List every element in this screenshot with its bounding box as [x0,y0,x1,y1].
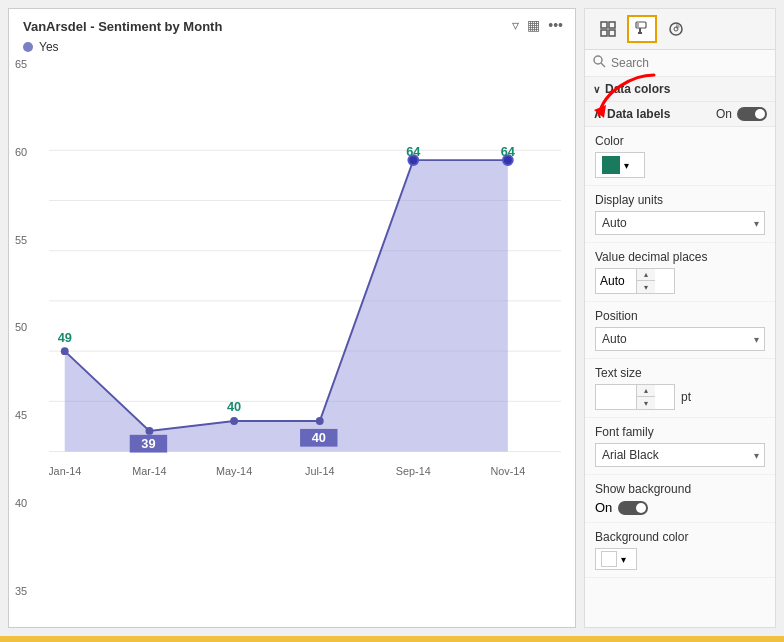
decimal-places-input[interactable] [596,271,636,291]
data-labels-toggle-track [737,107,767,121]
font-family-dropdown-wrapper: Arial Black Arial Calibri Segoe UI Times… [595,443,765,467]
data-labels-label: Data labels [607,107,670,121]
panel-body: Color ▾ Display units Auto None Thousand… [585,127,775,627]
decimal-places-stepper: ▴ ▾ [595,268,675,294]
label-sep: 64 [406,144,421,159]
pt-label: pt [681,390,691,404]
text-size-stepper: 12 ▴ ▾ [595,384,675,410]
svg-line-18 [601,63,605,67]
data-labels-toggle-thumb [755,109,765,119]
svg-rect-8 [609,22,615,28]
bg-color-swatch [601,551,617,567]
decimal-places-down[interactable]: ▾ [637,281,655,293]
position-select[interactable]: Auto Above Below Left Right [595,327,765,351]
bottom-bar [0,636,784,642]
chart-toolbar: ▿ ▦ ••• [504,13,571,37]
data-labels-header[interactable]: ∧ Data labels On [585,102,775,127]
background-color-row: Background color ▾ [585,523,775,578]
xaxis-may: May-14 [216,465,252,477]
y-axis: 65 60 55 50 45 40 35 [15,58,27,597]
font-family-select[interactable]: Arial Black Arial Calibri Segoe UI Times… [595,443,765,467]
filter-icon[interactable]: ▿ [512,17,519,33]
data-point-1 [61,347,69,355]
label-mar: 39 [141,436,155,451]
grid-tool-button[interactable] [593,15,623,43]
chart-svg: 49 39 39 40 40 64 64 Jan-14 Mar-14 May-1… [49,58,561,597]
show-background-toggle-thumb [636,503,646,513]
text-size-up[interactable]: ▴ [637,385,655,397]
chart-title: VanArsdel - Sentiment by Month [9,9,575,38]
chart-area: 65 60 55 50 45 40 35 [9,58,575,627]
show-background-row: Show background On [585,475,775,523]
label-may: 40 [227,399,241,414]
text-size-row: Text size 12 ▴ ▾ pt [585,359,775,418]
chart-panel: ▿ ▦ ••• VanArsdel - Sentiment by Month Y… [8,8,576,628]
show-background-toggle-label: On [595,500,612,515]
xaxis-jul: Jul-14 [305,465,335,477]
decimal-places-row: Value decimal places ▴ ▾ [585,243,775,302]
data-colors-header[interactable]: ∨ Data colors [585,77,775,102]
color-row: Color ▾ [585,127,775,186]
svg-rect-7 [601,22,607,28]
background-color-button[interactable]: ▾ [595,548,637,570]
color-swatch [602,156,620,174]
xaxis-mar: Mar-14 [132,465,166,477]
color-dropdown-arrow: ▾ [624,160,629,171]
text-size-input[interactable]: 12 [596,387,636,407]
search-icon [593,55,606,71]
bg-color-arrow: ▾ [621,554,626,565]
data-point-2 [145,427,153,435]
label-jul: 40 [312,430,326,445]
svg-rect-10 [609,30,615,36]
background-color-label: Background color [595,530,765,544]
text-size-label: Text size [595,366,765,380]
svg-rect-14 [637,23,639,27]
text-size-control: 12 ▴ ▾ pt [595,384,765,410]
analytics-icon [668,21,684,37]
right-panel: ∨ Data colors ∧ Data labels On Color [584,8,776,628]
data-labels-toggle[interactable]: On [716,107,767,121]
data-colors-label: Data colors [605,82,670,96]
display-units-row: Display units Auto None Thousands Millio… [585,186,775,243]
xaxis-nov: Nov-14 [490,465,525,477]
decimal-places-up[interactable]: ▴ [637,269,655,281]
more-icon[interactable]: ••• [548,17,563,33]
label-jan: 49 [58,330,72,345]
font-family-row: Font family Arial Black Arial Calibri Se… [585,418,775,475]
area-fill [65,160,508,451]
text-size-down[interactable]: ▾ [637,397,655,409]
show-background-label: Show background [595,482,765,496]
xaxis-jan: Jan-14 [49,465,81,477]
label-nov: 64 [501,144,516,159]
decimal-places-label: Value decimal places [595,250,765,264]
grid-icon [600,21,616,37]
panel-toolbar [585,9,775,50]
display-units-select[interactable]: Auto None Thousands Millions Billions [595,211,765,235]
color-label: Color [595,134,765,148]
legend-dot [23,42,33,52]
display-units-dropdown-wrapper: Auto None Thousands Millions Billions [595,211,765,235]
svg-point-17 [594,56,602,64]
paint-roller-icon [634,21,650,37]
show-background-toggle-track [618,501,648,515]
data-labels-chevron: ∧ [593,107,602,121]
data-point-4 [316,417,324,425]
legend-label: Yes [39,40,59,54]
display-units-label: Display units [595,193,765,207]
analytics-tool-button[interactable] [661,15,691,43]
data-colors-chevron: ∨ [593,84,600,95]
position-row: Position Auto Above Below Left Right [585,302,775,359]
search-box [585,50,775,77]
svg-rect-9 [601,30,607,36]
search-input[interactable] [611,56,767,70]
xaxis-sep: Sep-14 [396,465,431,477]
expand-icon[interactable]: ▦ [527,17,540,33]
position-label: Position [595,309,765,323]
chart-legend: Yes [9,38,575,58]
format-tool-button[interactable] [627,15,657,43]
font-family-label: Font family [595,425,765,439]
data-point-3 [230,417,238,425]
color-picker-button[interactable]: ▾ [595,152,645,178]
show-background-toggle[interactable]: On [595,500,765,515]
decimal-places-stepper-btns: ▴ ▾ [636,269,655,293]
